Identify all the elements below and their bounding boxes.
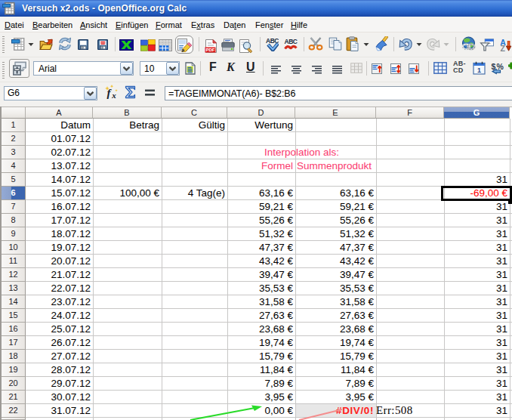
svg-text:PDF: PDF [206, 48, 215, 52]
svg-text:1: 1 [477, 66, 481, 74]
svg-text:x: x [111, 91, 116, 100]
svg-text:$: $ [491, 62, 495, 71]
svg-text:%: % [497, 62, 504, 71]
svg-text:ABC: ABC [284, 38, 297, 45]
svg-text:Z: Z [500, 44, 505, 51]
